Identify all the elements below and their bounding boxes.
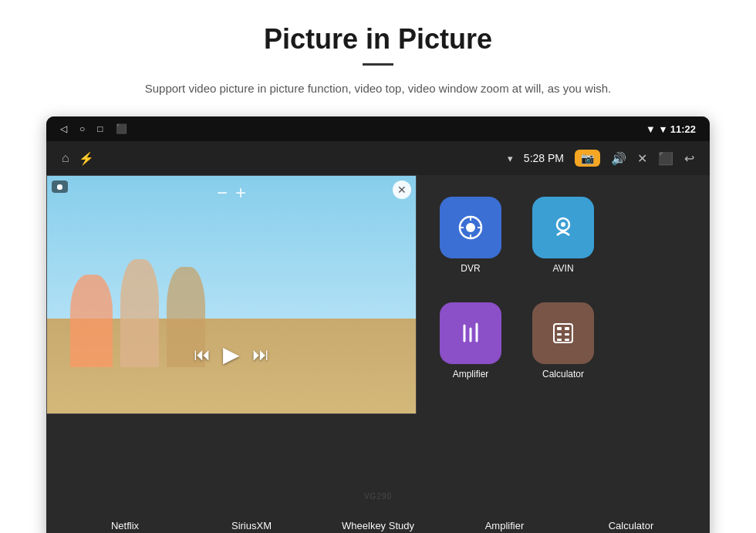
bottom-label-siriusxm: SiriusXM: [188, 520, 315, 531]
usb-icon[interactable]: ⚡: [79, 151, 94, 166]
pip-next-button[interactable]: ⏭: [252, 344, 269, 364]
title-divider: [363, 63, 393, 66]
app-calculator[interactable]: Calculator: [528, 299, 598, 383]
svg-rect-14: [557, 333, 562, 336]
back-nav-icon[interactable]: ◁: [60, 123, 67, 134]
location-icon: ▼: [646, 123, 656, 135]
recents-nav-icon[interactable]: □: [97, 123, 103, 134]
avin-icon: [532, 197, 594, 258]
avin-label: AVIN: [552, 263, 573, 274]
nav-bar-left: ⌂ ⚡: [62, 151, 94, 166]
app-amplifier[interactable]: Amplifier: [436, 299, 505, 383]
app-avin[interactable]: AVIN: [528, 193, 598, 278]
screenshot-nav-icon[interactable]: ⬛: [116, 123, 127, 134]
app-empty-2: [652, 337, 660, 345]
pip-resize-handles[interactable]: − +: [217, 182, 246, 204]
bottom-label-bar: Netflix SiriusXM Wheelkey Study Amplifie…: [46, 507, 710, 533]
bottom-label-netflix: Netflix: [62, 520, 188, 531]
nav-time: 5:28 PM: [524, 152, 564, 164]
pip-icon[interactable]: ⬛: [658, 151, 673, 166]
back-icon[interactable]: ↩: [684, 151, 694, 166]
status-time: 11:22: [670, 123, 696, 135]
pip-video-inner: ⏺ − + ✕ ⏮ ▶ ⏭: [47, 176, 416, 413]
home-icon[interactable]: ⌂: [62, 151, 69, 165]
page-title: Picture in Picture: [31, 23, 725, 56]
nav-bar: ⌂ ⚡ ▾ 5:28 PM 📷 🔊 ✕ ⬛ ↩: [46, 141, 710, 175]
pip-plus-button[interactable]: +: [235, 182, 246, 204]
home-nav-icon[interactable]: ○: [79, 123, 85, 134]
bottom-label-amplifier: Amplifier: [441, 520, 568, 531]
calculator-icon: [532, 302, 594, 364]
svg-rect-12: [557, 327, 562, 330]
dvr-label: DVR: [461, 263, 480, 274]
watermark: VG290: [364, 492, 392, 501]
camera-button[interactable]: 📷: [575, 150, 600, 167]
pip-controls-center: ⏮ ▶ ⏭: [194, 342, 269, 367]
dvr-icon: [440, 197, 501, 258]
signal-icon: ▾: [660, 123, 666, 135]
bottom-label-wheelkey: Wheelkey Study: [315, 520, 441, 531]
app-empty-1: [652, 231, 660, 239]
person-1: [70, 275, 113, 367]
pip-record-indicator: ⏺: [52, 180, 68, 193]
app-dvr[interactable]: DVR: [436, 193, 505, 278]
page-subtitle: Support video picture in picture functio…: [31, 79, 725, 98]
wifi-status-icon: ▾: [508, 153, 513, 164]
svg-rect-17: [565, 339, 569, 341]
screen-content: ⏺ − + ✕ ⏮ ▶ ⏭: [46, 175, 710, 507]
svg-point-1: [466, 223, 475, 232]
bottom-label-calculator: Calculator: [568, 520, 694, 531]
svg-rect-11: [554, 324, 572, 342]
svg-point-7: [561, 222, 565, 227]
person-2: [120, 259, 159, 367]
pip-minus-button[interactable]: −: [217, 182, 228, 204]
calculator-label: Calculator: [542, 369, 584, 380]
volume-icon[interactable]: 🔊: [611, 151, 626, 166]
svg-rect-13: [565, 327, 569, 330]
status-bar-right: ▼ ▾ 11:22: [646, 123, 696, 135]
close-icon[interactable]: ✕: [637, 151, 647, 166]
people-area: [70, 259, 205, 367]
app-grid: DVR AVIN: [417, 175, 710, 507]
pip-prev-button[interactable]: ⏮: [194, 344, 211, 364]
status-bar-left: ◁ ○ □ ⬛: [60, 123, 127, 134]
pip-close-button[interactable]: ✕: [393, 180, 411, 199]
amplifier-label: Amplifier: [453, 369, 489, 380]
device-frame: ◁ ○ □ ⬛ ▼ ▾ 11:22 ⌂ ⚡ ▾ 5:28 PM 📷 🔊: [46, 116, 710, 533]
svg-rect-16: [557, 339, 562, 341]
amplifier-icon: [440, 302, 501, 364]
nav-bar-right: ▾ 5:28 PM 📷 🔊 ✕ ⬛ ↩: [508, 150, 694, 167]
status-bar: ◁ ○ □ ⬛ ▼ ▾ 11:22: [46, 116, 710, 141]
pip-video[interactable]: ⏺ − + ✕ ⏮ ▶ ⏭: [46, 175, 417, 414]
pip-play-button[interactable]: ▶: [223, 342, 240, 367]
svg-rect-15: [565, 333, 569, 336]
